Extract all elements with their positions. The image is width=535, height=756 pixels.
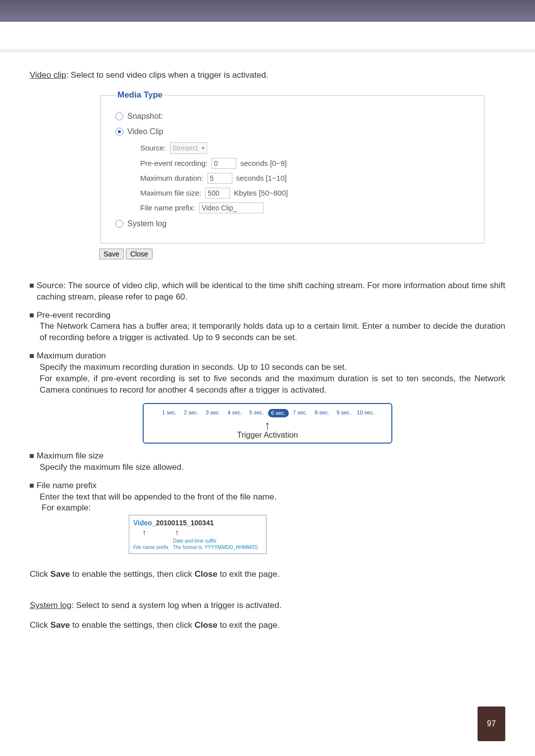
sec-5: 5 sec.: [246, 409, 267, 417]
trigger-label: Trigger Activation: [149, 430, 386, 441]
preevent-label: Pre-event recording:: [140, 158, 208, 168]
preevent-suffix: seconds [0~9]: [240, 158, 287, 168]
maxsize-body: Specify the maximum file size allowed.: [40, 462, 505, 473]
media-type-fieldset: Media Type Snapshot: Video Clip Source: …: [100, 90, 484, 244]
intro-underline: Video clip: [30, 70, 66, 80]
radio-systemlog[interactable]: [115, 220, 123, 228]
arrow-up-icon: ↑: [149, 420, 386, 430]
sec-7: 7 sec.: [290, 409, 311, 417]
radio-videoclip[interactable]: [115, 128, 123, 136]
fname-cap2b: The format is: YYYYMMDD_HHMMSS: [173, 545, 258, 550]
preevent-title: Pre-event recording: [37, 310, 110, 321]
save-button[interactable]: Save: [99, 249, 124, 259]
snapshot-option[interactable]: Snapshot:: [115, 111, 469, 122]
prefix-label: File name prefix:: [140, 203, 195, 213]
systemlog-label: System log: [127, 218, 166, 229]
divider-beige: [0, 50, 535, 50]
bullet-icon: [30, 454, 34, 458]
trigger-diagram: 1 sec. 2 sec. 3 sec. 4 sec. 5 sec. 6 sec…: [143, 403, 392, 444]
media-type-legend: Media Type: [115, 90, 164, 101]
maxsize-title: Maximum file size: [37, 451, 104, 462]
source-paragraph: Source: The source of video clip, which …: [37, 280, 505, 303]
fname-cap2a: Date and time suffix: [173, 538, 216, 544]
sec-8: 8 sec.: [312, 409, 332, 417]
intro-line: Video clip: Select to send video clips w…: [30, 70, 505, 81]
page-number: 97: [478, 706, 505, 741]
prefix-title: File name prefix: [37, 480, 97, 492]
maxsize-suffix: Kbytes [50~800]: [234, 188, 288, 198]
maxdur-suffix: seconds [1~10]: [236, 173, 287, 183]
maxdur-body1: Specify the maximum recording duration i…: [40, 362, 505, 373]
bullet-icon: [30, 313, 34, 317]
videoclip-option[interactable]: Video Clip: [115, 126, 469, 137]
prefix-body2: For example:: [42, 503, 505, 514]
maxsize-label: Maximum file size:: [140, 188, 201, 198]
maxsize-input[interactable]: [205, 188, 230, 199]
sec-10: 10 sec.: [355, 409, 376, 417]
prefix-input[interactable]: [199, 202, 264, 213]
sec-6: 6 sec.: [268, 409, 289, 417]
systemlog-line: System log: Select to send a system log …: [30, 600, 505, 611]
bullet-icon: [30, 354, 34, 358]
sec-4: 4 sec.: [224, 409, 245, 417]
source-value: Stream1: [172, 144, 199, 153]
top-band: [0, 0, 535, 22]
fname-datetime: _20100115_100341: [152, 519, 214, 527]
prefix-body1: Enter the text that will be appended to …: [40, 492, 505, 503]
sec-1: 1 sec.: [159, 409, 180, 417]
maxdur-label: Maximum duration:: [140, 173, 204, 183]
preevent-body: The Network Camera has a buffer area; it…: [40, 321, 505, 344]
click-save-line1: Click Save to enable the settings, then …: [30, 569, 505, 580]
arrow-up-icon: ↑: [142, 529, 146, 537]
videoclip-label: Video Clip: [127, 126, 163, 137]
close-button[interactable]: Close: [126, 249, 153, 259]
maxdur-body2: For example, if pre-event recording is s…: [40, 373, 505, 396]
bullet-icon: [30, 484, 34, 488]
filename-example-box: Video_20100115_100341 ↑ ↑ File name pref…: [129, 515, 267, 554]
maxdur-input[interactable]: [208, 173, 232, 184]
intro-rest: : Select to send video clips when a trig…: [66, 70, 268, 80]
click-save-line2: Click Save to enable the settings, then …: [30, 620, 505, 631]
bullet-icon: [30, 284, 34, 288]
syslog-rest: : Select to send a system log when a tri…: [71, 601, 281, 610]
chevron-down-icon: ▾: [202, 144, 205, 152]
systemlog-option[interactable]: System log: [115, 218, 469, 229]
fname-cap1: File name prefix: [133, 545, 168, 550]
maxdur-title: Maximum duration: [37, 351, 106, 362]
sec-9: 9 sec.: [333, 409, 354, 417]
arrow-up-icon: ↑: [175, 529, 179, 537]
sec-3: 3 sec.: [203, 409, 223, 417]
preevent-input[interactable]: [212, 158, 236, 169]
snapshot-label: Snapshot:: [127, 111, 163, 122]
source-select[interactable]: Stream1 ▾: [170, 142, 207, 154]
source-label: Source:: [140, 143, 166, 153]
syslog-underline: System log: [30, 601, 71, 610]
sec-2: 2 sec.: [181, 409, 202, 417]
radio-snapshot[interactable]: [115, 112, 123, 120]
fname-prefix: Video: [133, 519, 152, 527]
